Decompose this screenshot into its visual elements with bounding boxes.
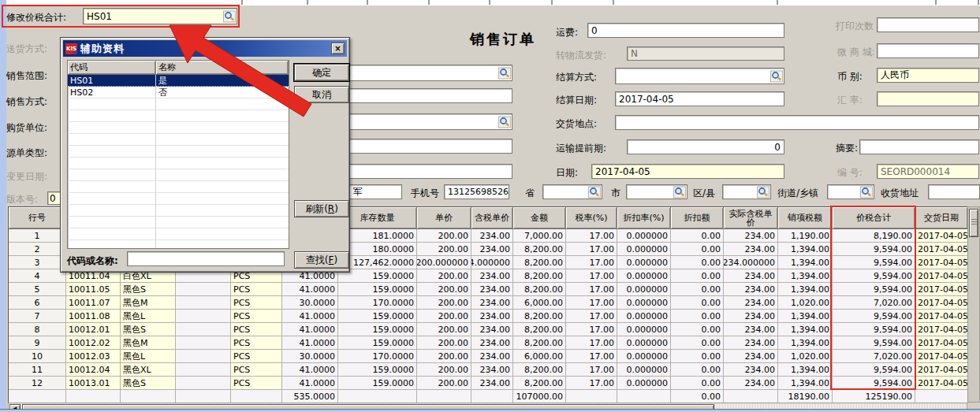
grid-cell[interactable]: 30.0000 [282, 350, 338, 363]
grid-cell[interactable]: 170.0000 [338, 350, 417, 363]
settle-date-input[interactable]: 2017-04-05 [615, 91, 784, 106]
grid-cell[interactable]: 234.00 [724, 283, 778, 296]
grid-cell[interactable]: 1,394.00 [778, 243, 833, 256]
grid-cell[interactable]: 234.00 [724, 336, 778, 350]
grid-cell[interactable]: 8,200.00 [513, 336, 566, 350]
grid-cell[interactable]: 6 [9, 296, 66, 310]
grid-cell[interactable]: 234.00 [471, 310, 513, 323]
grid-cell[interactable]: 6,000.00 [513, 296, 566, 310]
grid-cell[interactable]: 10011.05 [66, 283, 121, 296]
grid-cell[interactable]: 9,594.00 [833, 310, 915, 323]
grid-cell[interactable]: 0.000000 [617, 377, 671, 390]
grid-cell[interactable]: 0.000000 [617, 350, 671, 363]
grid-cell[interactable]: 159.0000 [338, 323, 417, 336]
grid-cell[interactable]: 17.00 [566, 296, 617, 310]
grid-cell[interactable]: 0.00 [671, 310, 724, 323]
magnifier-icon[interactable] [498, 116, 511, 128]
lead-time-input[interactable]: 0 [627, 139, 784, 154]
grid-cell[interactable]: 234.000000 [724, 256, 778, 269]
grid-cell[interactable]: 1,394.00 [778, 256, 833, 269]
grid-cell[interactable]: 黑色S [121, 377, 176, 390]
magnifier-icon[interactable] [673, 186, 686, 198]
grid-cell[interactable]: 200.00 [417, 269, 471, 283]
grid-cell[interactable]: 41.0000 [282, 363, 338, 377]
grid-cell[interactable] [176, 350, 231, 363]
grid-cell[interactable]: 9,594.00 [833, 363, 915, 377]
grid-cell[interactable] [176, 377, 231, 390]
grid-cell[interactable]: 0.00 [671, 323, 724, 336]
grid-cell[interactable]: 1,190.00 [778, 229, 833, 243]
grid-cell[interactable]: 7 [9, 310, 66, 323]
grid-cell[interactable]: 9,594.00 [833, 336, 915, 350]
grid-cell[interactable]: 234.00 [724, 323, 778, 336]
grid-cell[interactable]: 2017-04-05 [915, 377, 968, 390]
grid-cell[interactable]: 10012.02 [66, 336, 121, 350]
grid-cell[interactable]: 234.00 [471, 363, 513, 377]
grid-cell[interactable]: 234.00 [724, 229, 778, 243]
grid-cell[interactable]: 9,594.00 [833, 269, 915, 283]
grid-cell[interactable]: 17.00 [566, 229, 617, 243]
logistics-input[interactable]: N [627, 46, 784, 61]
grid-cell[interactable]: 17.00 [566, 336, 617, 350]
freight-input[interactable]: 0 [587, 23, 784, 38]
aux-list-item[interactable]: HS01是 [68, 75, 289, 87]
grid-cell[interactable]: 0.00 [671, 350, 724, 363]
grid-cell[interactable]: 127,462.0000 [338, 256, 417, 269]
grid-cell[interactable]: 200.000000 [417, 256, 471, 269]
grid-cell[interactable]: 0.00 [671, 296, 724, 310]
grid-cell[interactable]: 234.00 [471, 243, 513, 256]
grid-cell[interactable]: 200.00 [417, 350, 471, 363]
grid-cell[interactable]: 200.00 [417, 243, 471, 256]
grid-cell[interactable]: 6,000.00 [513, 350, 566, 363]
grid-cell[interactable]: 17.00 [566, 310, 617, 323]
grid-cell[interactable]: 2017-04-05 [915, 243, 968, 256]
grid-cell[interactable]: 234.00 [471, 377, 513, 390]
grid-cell[interactable]: 9,594.00 [833, 243, 915, 256]
vertical-scrollbar[interactable] [967, 206, 980, 403]
grid-cell[interactable] [176, 310, 231, 323]
grid-cell[interactable]: 17.00 [566, 283, 617, 296]
grid-cell[interactable]: 17.00 [566, 377, 617, 390]
grid-cell[interactable]: 159.0000 [338, 336, 417, 350]
grid-cell[interactable]: PCS [231, 296, 282, 310]
grid-cell[interactable]: 8,200.00 [513, 323, 566, 336]
grid-cell[interactable]: 234.00 [724, 363, 778, 377]
magnifier-icon[interactable] [757, 186, 769, 198]
grid-cell[interactable]: 8,200.00 [513, 377, 566, 390]
grid-cell[interactable]: 41.0000 [282, 336, 338, 350]
date-input[interactable]: 2017-04-05 [591, 164, 784, 179]
address-input[interactable] [928, 184, 980, 199]
grid-cell[interactable]: 3 [9, 256, 66, 269]
grid-cell[interactable]: 12 [9, 377, 66, 390]
grid-cell[interactable]: 0.000000 [617, 269, 671, 283]
grid-cell[interactable]: 0.00 [671, 229, 724, 243]
grid-cell[interactable] [176, 336, 231, 350]
grid-cell[interactable]: 黑色L [121, 310, 176, 323]
grid-cell[interactable]: PCS [231, 363, 282, 377]
grid-cell[interactable]: 234.00 [724, 243, 778, 256]
grid-cell[interactable]: 1,394.00 [778, 377, 833, 390]
mall-input[interactable] [877, 43, 979, 58]
grid-cell[interactable]: 7,020.00 [833, 350, 915, 363]
close-icon[interactable]: × [331, 43, 345, 54]
grid-cell[interactable]: 159.0000 [338, 377, 417, 390]
grid-cell[interactable]: 黑色L [121, 350, 176, 363]
dialog-titlebar[interactable]: KIS 辅助资料 × [63, 40, 347, 57]
grid-cell[interactable]: 234.00 [471, 336, 513, 350]
grid-cell[interactable]: 2017-04-05 [915, 363, 968, 377]
grid-cell[interactable]: 10011.07 [66, 296, 121, 310]
grid-cell[interactable]: 41.0000 [282, 323, 338, 336]
grid-cell[interactable]: PCS [231, 323, 282, 336]
grid-cell[interactable]: 234.00 [471, 229, 513, 243]
code-or-name-input[interactable] [127, 251, 285, 266]
grid-cell[interactable]: 0.00 [671, 363, 724, 377]
grid-cell[interactable]: 0.000000 [617, 336, 671, 350]
grid-cell[interactable]: 8,200.00 [513, 256, 566, 269]
grid-cell[interactable]: 2017-04-05 [915, 229, 968, 243]
grid-cell[interactable]: 1 [9, 229, 66, 243]
grid-cell[interactable]: 8,200.00 [513, 269, 566, 283]
grid-cell[interactable]: 1,394.00 [778, 336, 833, 350]
grid-cell[interactable]: 8,200.00 [513, 363, 566, 377]
grid-cell[interactable]: 159.0000 [338, 283, 417, 296]
grid-cell[interactable]: 10012.01 [66, 323, 121, 336]
